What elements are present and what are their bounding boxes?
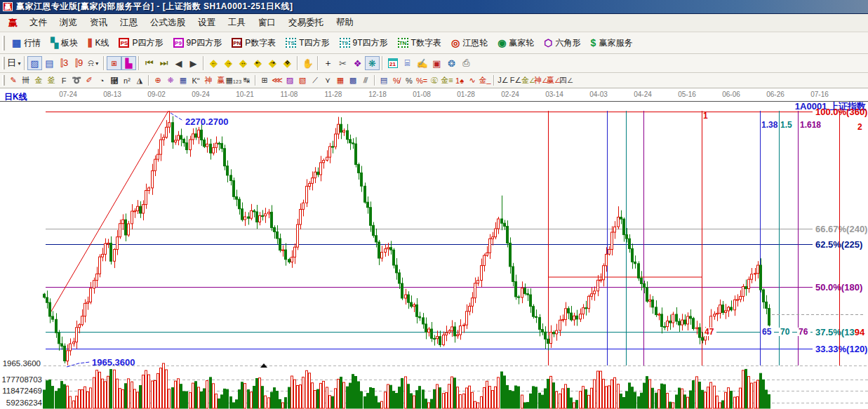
draw-tool-1-2-icon[interactable]: 卌 bbox=[20, 75, 32, 86]
cut-tool-icon[interactable]: ✂ bbox=[335, 56, 350, 70]
draw-tool-1-9-icon[interactable]: ⿙ bbox=[108, 75, 121, 86]
draw-tool-2-3-icon[interactable]: ▦ bbox=[177, 75, 189, 86]
draw-tool-4-4-icon[interactable]: %= bbox=[415, 75, 428, 86]
t-number-table-button[interactable]: TNT数字表 bbox=[393, 35, 446, 51]
draw-tool-3-4-icon[interactable]: ▧ bbox=[296, 75, 309, 86]
draw-tool-3-8-icon[interactable]: ▩ bbox=[347, 75, 359, 86]
trend-pattern-icon[interactable]: ⧆ bbox=[107, 56, 121, 70]
9p-square-button[interactable]: P99P四方形 bbox=[168, 35, 227, 51]
kline-chart[interactable]: 07-2408-1309-0209-2410-2111-0811-2812-18… bbox=[0, 88, 868, 409]
shift-right-icon[interactable]: ◆→ bbox=[221, 56, 236, 70]
draw-tool-1-7-icon[interactable]: ✐ bbox=[83, 75, 95, 86]
gann-tool-teal-icon[interactable]: ❋ bbox=[365, 56, 380, 70]
bars-9-icon[interactable]: ⫿9 bbox=[72, 56, 86, 70]
fit-all-icon[interactable]: ◆✥ bbox=[280, 56, 295, 70]
gann-wheel-button[interactable]: ◎江恩轮 bbox=[446, 35, 493, 51]
draw-tool-1-11-icon[interactable]: ◮ bbox=[133, 75, 146, 86]
bars-3-icon[interactable]: ⫿3 bbox=[57, 56, 72, 70]
draw-tool-4-8-icon[interactable]: ∿ bbox=[466, 75, 479, 86]
draw-tool-4-6-icon[interactable]: 金≡ bbox=[441, 75, 453, 86]
menu-item-4[interactable]: 江恩 bbox=[114, 15, 144, 31]
p-square-button[interactable]: PSP四方形 bbox=[114, 35, 168, 51]
draw-tool-3-9-icon[interactable]: ⫻ bbox=[359, 75, 372, 86]
draw-tool-3-6-icon[interactable]: ⋎ bbox=[321, 75, 334, 86]
menu-item-9[interactable]: 交易委托 bbox=[282, 15, 330, 31]
save-icon[interactable]: ▣ bbox=[429, 56, 444, 70]
compress-right-icon[interactable]: ◆⇥ bbox=[265, 56, 280, 70]
kline-label: K线 bbox=[95, 37, 109, 49]
toolbar-grip[interactable] bbox=[2, 57, 5, 69]
p-number-table-button[interactable]: PNP数字表 bbox=[227, 35, 281, 51]
draw-tool-3-7-icon[interactable]: ▦ bbox=[334, 75, 347, 86]
quote-button[interactable]: ▦行情 bbox=[7, 35, 46, 51]
draw-tool-4-2-icon[interactable]: %̸ bbox=[390, 75, 403, 86]
compress-left-icon[interactable]: ◆⇤ bbox=[251, 56, 265, 70]
calculator-icon[interactable]: ⌸ bbox=[400, 56, 415, 70]
winner-wheel-button[interactable]: ◉赢家轮 bbox=[493, 35, 539, 51]
kline-style-icon[interactable]: 日▼ bbox=[7, 56, 22, 70]
toolbar-grip[interactable] bbox=[2, 36, 5, 51]
draw-tool-2-4-icon[interactable]: Kʺ bbox=[189, 75, 202, 86]
draw-tool-4-3-icon[interactable]: % bbox=[403, 75, 415, 86]
next-icon[interactable]: ▶ bbox=[186, 56, 201, 70]
draw-tool-1-4-icon[interactable]: 釜 bbox=[45, 75, 58, 86]
menu-item-2[interactable]: 浏览 bbox=[53, 15, 84, 31]
info-doc-icon[interactable]: ▤ bbox=[42, 56, 57, 70]
sector-button[interactable]: ▚板块 bbox=[46, 35, 83, 51]
winner-service-button[interactable]: $赢家服务 bbox=[586, 35, 638, 51]
calendar-icon[interactable]: 21 bbox=[385, 56, 400, 70]
draw-tool-1-5-icon[interactable]: F bbox=[58, 75, 70, 86]
draw-tool-1-6-icon[interactable]: ➰ bbox=[70, 75, 83, 86]
draw-tool-3-1-icon[interactable]: ⊞ bbox=[258, 75, 271, 86]
toolbar-grip[interactable] bbox=[2, 75, 5, 86]
menu-item-7[interactable]: 工具 bbox=[222, 15, 252, 31]
draw-tool-5-2-icon[interactable]: F∠ bbox=[509, 75, 522, 86]
draw-tool-1-8-icon[interactable]: ◔ bbox=[95, 75, 108, 86]
color-histogram-icon[interactable]: ▙ bbox=[121, 56, 136, 70]
9t-square-button[interactable]: T99T四方形 bbox=[335, 35, 393, 51]
t-square-button[interactable]: TST四方形 bbox=[281, 35, 334, 51]
draw-tool-4-7-icon[interactable]: 1♠ bbox=[453, 75, 466, 86]
draw-tool-4-1-icon[interactable]: ▤ bbox=[378, 75, 390, 86]
last-page-icon[interactable]: ⏭ bbox=[156, 56, 171, 70]
draw-tool-3-2-icon[interactable]: ⋘ bbox=[271, 75, 283, 86]
draw-tool-5-1-icon[interactable]: J∠ bbox=[497, 75, 509, 86]
pattern-window-icon[interactable]: ▨ bbox=[27, 56, 42, 70]
print-icon[interactable]: ⎙ bbox=[459, 56, 474, 70]
draw-tool-3-5-icon[interactable]: ⟋ bbox=[309, 75, 321, 86]
notes-icon[interactable]: ✍ bbox=[415, 56, 429, 70]
kline-button[interactable]: ⫼K线 bbox=[83, 35, 114, 51]
draw-tool-4-9-icon[interactable]: 金_ bbox=[479, 75, 491, 86]
draw-tool-2-5-icon[interactable]: 神 bbox=[202, 75, 215, 86]
menu-item-8[interactable]: 窗口 bbox=[252, 15, 282, 31]
draw-tool-5-5-icon[interactable]: 赢∠ bbox=[547, 75, 560, 86]
draw-tool-2-1-icon[interactable]: ⊕ bbox=[152, 75, 164, 86]
crosshair-icon[interactable]: ＋ bbox=[321, 56, 335, 70]
draw-tool-3-3-icon[interactable]: ▨ bbox=[283, 75, 296, 86]
kline-chart-canvas[interactable]: 07-2408-1309-0209-2410-2111-0811-2812-18… bbox=[0, 88, 868, 409]
first-page-icon[interactable]: ⏮ bbox=[142, 56, 156, 70]
expand-h-icon[interactable]: ◆↔ bbox=[236, 56, 251, 70]
draw-tool-1-3-icon[interactable]: 金 bbox=[32, 75, 45, 86]
menu-item-1[interactable]: 文件 bbox=[23, 15, 53, 31]
gann-tool-purple-icon[interactable]: ❖ bbox=[350, 56, 365, 70]
draw-tool-5-3-icon[interactable]: 金∠ bbox=[522, 75, 535, 86]
draw-tool-4-5-icon[interactable]: ㊎ bbox=[428, 75, 441, 86]
draw-tool-2-2-icon[interactable]: ❈ bbox=[164, 75, 177, 86]
draw-tool-2-8-icon[interactable]: ↹ bbox=[240, 75, 253, 86]
pan-hand-icon[interactable]: ✋ bbox=[300, 56, 315, 70]
network-icon[interactable]: ❂ bbox=[444, 56, 459, 70]
draw-tool-1-1-icon[interactable]: ✎ bbox=[7, 75, 20, 86]
menu-item-10[interactable]: 帮助 bbox=[330, 15, 360, 31]
menu-item-3[interactable]: 资讯 bbox=[84, 15, 114, 31]
draw-tool-5-6-icon[interactable]: 四∠ bbox=[560, 75, 573, 86]
draw-tool-2-7-icon[interactable]: ▦₁₂₃ bbox=[227, 75, 240, 86]
shift-left-icon[interactable]: ◆← bbox=[206, 56, 221, 70]
prev-icon[interactable]: ◀ bbox=[171, 56, 186, 70]
draw-tool-1-10-icon[interactable]: n² bbox=[121, 75, 133, 86]
draw-tool-5-4-icon[interactable]: 神∠ bbox=[535, 75, 547, 86]
menu-item-5[interactable]: 公式选股 bbox=[144, 15, 192, 31]
menu-item-6[interactable]: 设置 bbox=[192, 15, 222, 31]
hexagon-button[interactable]: ⬡六角形 bbox=[539, 35, 585, 51]
marker-pin-icon[interactable]: ⍾▼ bbox=[86, 56, 101, 70]
